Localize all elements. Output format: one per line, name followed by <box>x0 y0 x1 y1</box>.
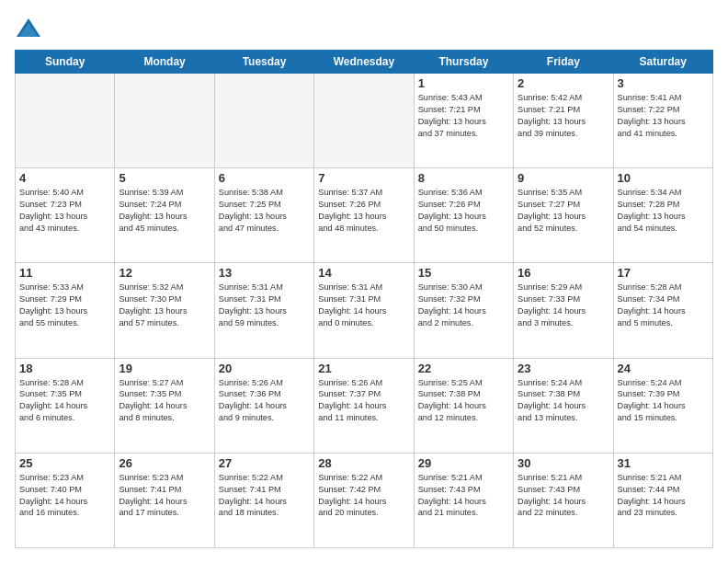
calendar-cell: 10Sunrise: 5:34 AM Sunset: 7:28 PM Dayli… <box>613 168 712 263</box>
calendar-cell: 29Sunrise: 5:21 AM Sunset: 7:43 PM Dayli… <box>414 453 513 547</box>
day-info: Sunrise: 5:21 AM Sunset: 7:44 PM Dayligh… <box>618 472 709 520</box>
day-number: 10 <box>618 171 709 185</box>
calendar-day-header: Saturday <box>613 51 712 74</box>
day-info: Sunrise: 5:23 AM Sunset: 7:40 PM Dayligh… <box>19 472 110 520</box>
header <box>15 15 713 42</box>
calendar-cell <box>16 74 115 168</box>
calendar-cell: 26Sunrise: 5:23 AM Sunset: 7:41 PM Dayli… <box>115 453 214 547</box>
calendar-day-header: Thursday <box>414 51 513 74</box>
day-number: 20 <box>219 362 310 375</box>
day-number: 8 <box>418 171 509 185</box>
calendar-week-row: 4Sunrise: 5:40 AM Sunset: 7:23 PM Daylig… <box>16 168 713 263</box>
calendar-cell: 16Sunrise: 5:29 AM Sunset: 7:33 PM Dayli… <box>514 263 613 358</box>
calendar-cell <box>314 74 414 168</box>
calendar-cell: 28Sunrise: 5:22 AM Sunset: 7:42 PM Dayli… <box>314 453 414 547</box>
day-number: 15 <box>418 266 509 280</box>
day-info: Sunrise: 5:42 AM Sunset: 7:21 PM Dayligh… <box>518 92 609 140</box>
day-info: Sunrise: 5:26 AM Sunset: 7:37 PM Dayligh… <box>318 377 409 425</box>
day-info: Sunrise: 5:36 AM Sunset: 7:26 PM Dayligh… <box>418 187 509 235</box>
calendar-cell <box>214 74 313 168</box>
calendar-cell: 14Sunrise: 5:31 AM Sunset: 7:31 PM Dayli… <box>314 263 414 358</box>
day-number: 3 <box>618 76 709 90</box>
day-info: Sunrise: 5:37 AM Sunset: 7:26 PM Dayligh… <box>318 187 409 235</box>
day-info: Sunrise: 5:33 AM Sunset: 7:29 PM Dayligh… <box>19 282 110 329</box>
day-number: 23 <box>518 362 609 375</box>
calendar-cell: 21Sunrise: 5:26 AM Sunset: 7:37 PM Dayli… <box>314 358 414 453</box>
logo <box>15 15 46 42</box>
day-info: Sunrise: 5:25 AM Sunset: 7:38 PM Dayligh… <box>418 377 509 425</box>
day-number: 27 <box>219 456 310 470</box>
day-info: Sunrise: 5:32 AM Sunset: 7:30 PM Dayligh… <box>119 282 210 329</box>
calendar-cell: 4Sunrise: 5:40 AM Sunset: 7:23 PM Daylig… <box>16 168 115 263</box>
logo-icon <box>15 15 42 42</box>
calendar-cell: 9Sunrise: 5:35 AM Sunset: 7:27 PM Daylig… <box>514 168 613 263</box>
calendar-cell: 31Sunrise: 5:21 AM Sunset: 7:44 PM Dayli… <box>613 453 712 547</box>
calendar-week-row: 18Sunrise: 5:28 AM Sunset: 7:35 PM Dayli… <box>16 358 713 453</box>
day-number: 9 <box>518 171 609 185</box>
day-info: Sunrise: 5:41 AM Sunset: 7:22 PM Dayligh… <box>618 92 709 140</box>
calendar-cell: 13Sunrise: 5:31 AM Sunset: 7:31 PM Dayli… <box>214 263 313 358</box>
calendar-cell: 30Sunrise: 5:21 AM Sunset: 7:43 PM Dayli… <box>514 453 613 547</box>
day-info: Sunrise: 5:39 AM Sunset: 7:24 PM Dayligh… <box>119 187 210 235</box>
day-info: Sunrise: 5:31 AM Sunset: 7:31 PM Dayligh… <box>219 282 310 329</box>
day-info: Sunrise: 5:22 AM Sunset: 7:42 PM Dayligh… <box>318 472 409 520</box>
day-info: Sunrise: 5:28 AM Sunset: 7:34 PM Dayligh… <box>618 282 709 329</box>
day-info: Sunrise: 5:24 AM Sunset: 7:39 PM Dayligh… <box>618 377 709 425</box>
calendar-cell: 20Sunrise: 5:26 AM Sunset: 7:36 PM Dayli… <box>214 358 313 453</box>
page: SundayMondayTuesdayWednesdayThursdayFrid… <box>0 0 728 563</box>
day-info: Sunrise: 5:23 AM Sunset: 7:41 PM Dayligh… <box>119 472 210 520</box>
calendar-cell: 27Sunrise: 5:22 AM Sunset: 7:41 PM Dayli… <box>214 453 313 547</box>
day-info: Sunrise: 5:31 AM Sunset: 7:31 PM Dayligh… <box>318 282 409 329</box>
calendar-cell: 15Sunrise: 5:30 AM Sunset: 7:32 PM Dayli… <box>414 263 513 358</box>
calendar-cell: 6Sunrise: 5:38 AM Sunset: 7:25 PM Daylig… <box>214 168 313 263</box>
day-info: Sunrise: 5:26 AM Sunset: 7:36 PM Dayligh… <box>219 377 310 425</box>
calendar-cell: 22Sunrise: 5:25 AM Sunset: 7:38 PM Dayli… <box>414 358 513 453</box>
day-number: 17 <box>618 266 709 280</box>
calendar-day-header: Monday <box>115 51 214 74</box>
calendar-cell: 5Sunrise: 5:39 AM Sunset: 7:24 PM Daylig… <box>115 168 214 263</box>
day-info: Sunrise: 5:28 AM Sunset: 7:35 PM Dayligh… <box>19 377 110 425</box>
day-info: Sunrise: 5:43 AM Sunset: 7:21 PM Dayligh… <box>418 92 509 140</box>
calendar-cell: 19Sunrise: 5:27 AM Sunset: 7:35 PM Dayli… <box>115 358 214 453</box>
day-number: 2 <box>518 76 609 90</box>
day-number: 31 <box>618 456 709 470</box>
day-info: Sunrise: 5:40 AM Sunset: 7:23 PM Dayligh… <box>19 187 110 235</box>
calendar-week-row: 1Sunrise: 5:43 AM Sunset: 7:21 PM Daylig… <box>16 74 713 168</box>
day-info: Sunrise: 5:30 AM Sunset: 7:32 PM Dayligh… <box>418 282 509 329</box>
calendar-cell: 3Sunrise: 5:41 AM Sunset: 7:22 PM Daylig… <box>613 74 712 168</box>
calendar-cell: 17Sunrise: 5:28 AM Sunset: 7:34 PM Dayli… <box>613 263 712 358</box>
calendar-table: SundayMondayTuesdayWednesdayThursdayFrid… <box>15 50 713 548</box>
calendar-day-header: Wednesday <box>314 51 414 74</box>
calendar-cell: 11Sunrise: 5:33 AM Sunset: 7:29 PM Dayli… <box>16 263 115 358</box>
calendar-cell: 2Sunrise: 5:42 AM Sunset: 7:21 PM Daylig… <box>514 74 613 168</box>
day-info: Sunrise: 5:21 AM Sunset: 7:43 PM Dayligh… <box>418 472 509 520</box>
day-info: Sunrise: 5:29 AM Sunset: 7:33 PM Dayligh… <box>518 282 609 329</box>
day-number: 13 <box>219 266 310 280</box>
day-info: Sunrise: 5:24 AM Sunset: 7:38 PM Dayligh… <box>518 377 609 425</box>
calendar-cell: 25Sunrise: 5:23 AM Sunset: 7:40 PM Dayli… <box>16 453 115 547</box>
day-number: 16 <box>518 266 609 280</box>
calendar-week-row: 11Sunrise: 5:33 AM Sunset: 7:29 PM Dayli… <box>16 263 713 358</box>
calendar-cell: 8Sunrise: 5:36 AM Sunset: 7:26 PM Daylig… <box>414 168 513 263</box>
day-number: 1 <box>418 76 509 90</box>
day-number: 14 <box>318 266 409 280</box>
calendar-cell: 7Sunrise: 5:37 AM Sunset: 7:26 PM Daylig… <box>314 168 414 263</box>
calendar-cell <box>115 74 214 168</box>
day-number: 24 <box>618 362 709 375</box>
calendar-cell: 12Sunrise: 5:32 AM Sunset: 7:30 PM Dayli… <box>115 263 214 358</box>
day-number: 29 <box>418 456 509 470</box>
day-info: Sunrise: 5:35 AM Sunset: 7:27 PM Dayligh… <box>518 187 609 235</box>
calendar-cell: 18Sunrise: 5:28 AM Sunset: 7:35 PM Dayli… <box>16 358 115 453</box>
day-number: 5 <box>119 171 210 185</box>
day-number: 28 <box>318 456 409 470</box>
day-info: Sunrise: 5:22 AM Sunset: 7:41 PM Dayligh… <box>219 472 310 520</box>
calendar-cell: 24Sunrise: 5:24 AM Sunset: 7:39 PM Dayli… <box>613 358 712 453</box>
day-number: 18 <box>19 362 110 375</box>
calendar-week-row: 25Sunrise: 5:23 AM Sunset: 7:40 PM Dayli… <box>16 453 713 547</box>
day-number: 11 <box>19 266 110 280</box>
calendar-cell: 23Sunrise: 5:24 AM Sunset: 7:38 PM Dayli… <box>514 358 613 453</box>
day-number: 25 <box>19 456 110 470</box>
day-number: 19 <box>119 362 210 375</box>
calendar-day-header: Sunday <box>16 51 115 74</box>
day-info: Sunrise: 5:21 AM Sunset: 7:43 PM Dayligh… <box>518 472 609 520</box>
